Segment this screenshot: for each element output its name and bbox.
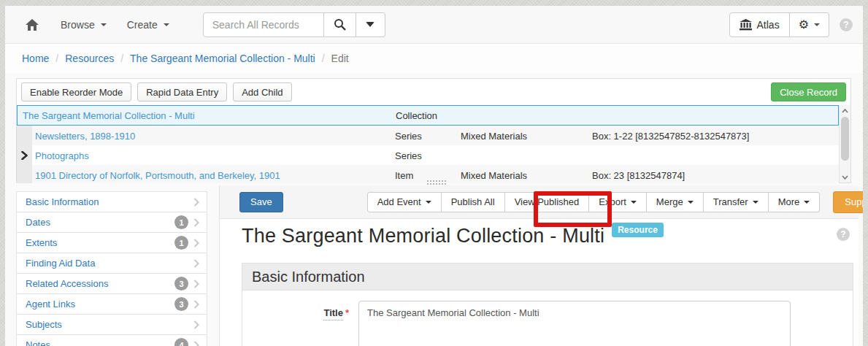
sidebar-item-finding-aid-data[interactable]: Finding Aid Data [16, 253, 207, 274]
chevron-right-icon [193, 320, 199, 329]
tree-row-level: Collection [396, 110, 437, 121]
expand-chevron-icon[interactable] [21, 151, 28, 160]
sidebar-item-subjects[interactable]: Subjects [16, 314, 207, 335]
chevron-down-icon [366, 22, 375, 27]
sidebar-item-label: Agent Links [26, 299, 75, 310]
scrollbar-thumb[interactable] [841, 117, 849, 161]
breadcrumb-home-link[interactable]: Home [22, 53, 49, 64]
application-window: Browse Create Atlas [5, 6, 863, 346]
sidebar-item-label: Notes [26, 339, 50, 346]
more-button[interactable]: More [768, 192, 821, 212]
sidebar-item-basic-information[interactable]: Basic Information [16, 191, 207, 212]
repository-group: Atlas ⚙ [729, 12, 829, 37]
search-options-button[interactable] [356, 12, 385, 37]
tree-row-gutter[interactable] [17, 145, 32, 165]
chevron-right-icon [193, 259, 199, 268]
tree-row-type: Mixed Materials [461, 169, 527, 180]
enable-reorder-mode-button[interactable]: Enable Reorder Mode [21, 82, 131, 101]
tree-scrollbar[interactable] [839, 105, 850, 182]
tree-row-title-link[interactable]: The Sargeant Memorial Collection - Multi [23, 110, 195, 121]
sidebar-item-related-accessions[interactable]: Related Accessions 3 [16, 273, 207, 294]
publish-all-button[interactable]: Publish All [441, 192, 505, 212]
tree-row-type: Mixed Materials [461, 130, 527, 141]
export-label: Export [599, 196, 626, 207]
record-toolbar: Save Add Event Publish All View Publishe… [220, 185, 859, 219]
caret-down-icon [688, 201, 694, 204]
view-published-button[interactable]: View Published [504, 192, 590, 212]
chevron-right-icon [193, 218, 199, 227]
home-button[interactable] [20, 12, 45, 37]
browse-menu[interactable]: Browse [50, 6, 117, 44]
breadcrumb-separator: / [55, 53, 58, 64]
sidebar-item-notes[interactable]: Notes 4 [16, 334, 207, 346]
gear-icon: ⚙ [799, 18, 809, 31]
caret-down-icon [804, 201, 810, 204]
sidebar-item-label: Basic Information [26, 196, 99, 207]
record-header: The Sargeant Memorial Collection - Multi… [242, 225, 829, 247]
count-badge: 3 [174, 277, 188, 291]
caret-down-icon [101, 23, 107, 26]
save-button[interactable]: Save [239, 192, 283, 212]
record-help-button[interactable]: ? [837, 228, 850, 241]
tree-row[interactable]: Newsletters, 1898-1910 Series Mixed Mate… [17, 126, 839, 145]
merge-button[interactable]: Merge [646, 192, 704, 212]
count-badge: 4 [174, 338, 188, 346]
tree-row-title-link[interactable]: Newsletters, 1898-1910 [35, 130, 135, 141]
more-label: More [778, 196, 800, 207]
pane-resize-handle[interactable] [426, 180, 447, 185]
close-record-button[interactable]: Close Record [771, 82, 846, 101]
sidebar-item-dates[interactable]: Dates 1 [16, 212, 207, 233]
record-edit-pane: Save Add Event Publish All View Publishe… [219, 185, 859, 346]
breadcrumb: Home / Resources / The Sargeant Memorial… [5, 44, 863, 73]
tree-row[interactable]: The Sargeant Memorial Collection - Multi… [17, 105, 839, 126]
search-input[interactable] [203, 12, 324, 37]
scroll-up-icon[interactable] [840, 106, 850, 115]
count-badge: 1 [174, 236, 188, 250]
sidebar-item-agent-links[interactable]: Agent Links 3 [16, 293, 207, 315]
breadcrumb-record-link[interactable]: The Sargeant Memorial Collection - Multi [130, 53, 315, 64]
rapid-data-entry-button[interactable]: Rapid Data Entry [137, 82, 227, 101]
settings-menu-button[interactable]: ⚙ [790, 12, 829, 37]
section-title: Basic Information [252, 269, 365, 285]
basic-information-section: Basic Information Title* The Sargeant Me… [242, 263, 853, 346]
help-button[interactable]: ? [840, 18, 853, 31]
search-button[interactable] [324, 12, 356, 37]
title-field-label: Title* [242, 301, 349, 346]
add-event-label: Add Event [377, 196, 421, 207]
add-event-button[interactable]: Add Event [367, 192, 442, 212]
transfer-label: Transfer [713, 196, 748, 207]
sidebar-item-extents[interactable]: Extents 1 [16, 232, 207, 253]
tree-row-title-link[interactable]: 1901 Directory of Norfolk, Portsmouth, a… [35, 169, 280, 180]
repository-button[interactable]: Atlas [729, 12, 790, 37]
breadcrumb-resources-link[interactable]: Resources [65, 53, 114, 64]
add-child-button[interactable]: Add Child [233, 82, 291, 101]
caret-down-icon [426, 201, 431, 204]
chevron-right-icon [193, 239, 199, 247]
caret-down-icon [753, 201, 758, 204]
tree-row-gutter[interactable] [17, 126, 32, 145]
create-menu[interactable]: Create [117, 6, 180, 44]
transfer-button[interactable]: Transfer [703, 192, 769, 212]
chevron-right-icon [193, 280, 199, 288]
resource-type-badge: Resource [612, 223, 664, 237]
required-marker: * [345, 307, 349, 318]
suppress-button[interactable]: Suppress [833, 191, 863, 213]
title-textarea[interactable]: The Sargeant Memorial Collection - Multi [358, 301, 791, 346]
tree-toolbar: Enable Reorder Mode Rapid Data Entry Add… [21, 82, 846, 102]
create-menu-label: Create [127, 19, 158, 31]
sidebar-item-label: Dates [26, 217, 50, 228]
breadcrumb-separator: / [120, 53, 123, 64]
sidebar-item-label: Extents [26, 237, 57, 248]
title-field-row: Title* The Sargeant Memorial Collection … [242, 301, 853, 346]
search-icon [334, 18, 346, 31]
chevron-right-icon [193, 300, 199, 309]
scroll-down-icon[interactable] [840, 172, 850, 182]
sidebar-item-label: Finding Aid Data [26, 258, 95, 269]
tree-row-title-link[interactable]: Photographs [35, 150, 89, 161]
tree-row[interactable]: Photographs Series [17, 145, 839, 165]
global-search [203, 12, 385, 37]
tree-row-gutter[interactable] [17, 165, 32, 183]
institution-icon [740, 19, 752, 31]
caret-down-icon [164, 23, 169, 26]
export-button[interactable]: Export [588, 192, 647, 212]
